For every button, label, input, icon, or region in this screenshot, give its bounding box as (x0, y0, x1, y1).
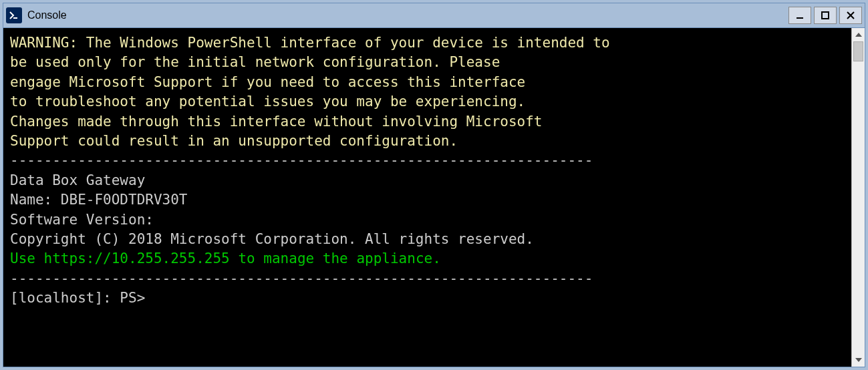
console-window: Console WARNING: The Windows PowerShell … (3, 3, 865, 367)
scroll-track[interactable] (852, 41, 865, 353)
svg-rect-2 (822, 12, 829, 19)
powershell-icon (6, 7, 22, 23)
scroll-up-arrow-icon[interactable] (852, 28, 865, 41)
vertical-scrollbar[interactable] (851, 28, 865, 367)
warning-text: WARNING: The Windows PowerShell interfac… (10, 35, 610, 149)
scroll-down-arrow-icon[interactable] (852, 353, 865, 367)
device-name: Name: DBE-F0ODTDRV30T (10, 192, 188, 208)
product-name: Data Box Gateway (10, 172, 145, 188)
console-body: WARNING: The Windows PowerShell interfac… (3, 27, 865, 367)
window-controls (788, 7, 862, 24)
maximize-button[interactable] (814, 7, 837, 24)
separator-line: ----------------------------------------… (10, 270, 593, 287)
scroll-thumb[interactable] (853, 41, 863, 61)
window-title: Console (27, 9, 788, 21)
copyright-line: Copyright (C) 2018 Microsoft Corporation… (10, 231, 534, 247)
software-version: Software Version: (10, 212, 154, 228)
prompt: [localhost]: PS> (10, 290, 145, 306)
separator-line: ----------------------------------------… (10, 152, 593, 168)
manage-url-line: Use https://10.255.255.255 to manage the… (10, 250, 441, 266)
minimize-button[interactable] (788, 7, 811, 24)
titlebar: Console (3, 3, 865, 27)
console-output[interactable]: WARNING: The Windows PowerShell interfac… (3, 28, 851, 367)
close-button[interactable] (839, 7, 862, 24)
